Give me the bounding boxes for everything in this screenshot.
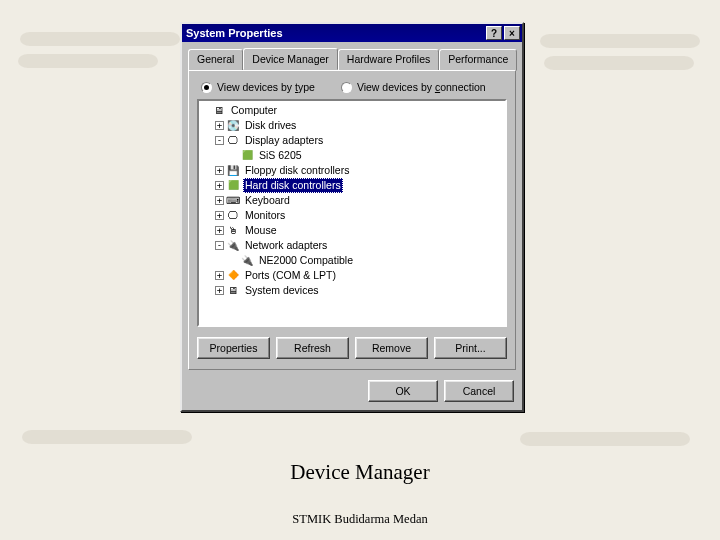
- tree-item-label: Floppy disk controllers: [243, 163, 351, 178]
- port-icon: [226, 269, 240, 282]
- tree-item[interactable]: +Floppy disk controllers: [201, 163, 503, 178]
- properties-button[interactable]: Properties: [197, 337, 270, 359]
- radio-label: View devices by type: [217, 81, 315, 93]
- action-button-row: Properties Refresh Remove Print...: [197, 337, 507, 359]
- expand-icon[interactable]: +: [215, 226, 224, 235]
- tree-item[interactable]: +Disk drives: [201, 118, 503, 133]
- tree-item[interactable]: Computer: [201, 103, 503, 118]
- tab-hardware-profiles[interactable]: Hardware Profiles: [338, 49, 439, 71]
- radio-dot-icon: [341, 82, 352, 93]
- tree-item[interactable]: +Hard disk controllers: [201, 178, 503, 193]
- tree-item-label: Monitors: [243, 208, 287, 223]
- mon-icon: [226, 209, 240, 222]
- expand-icon[interactable]: +: [215, 211, 224, 220]
- expand-icon[interactable]: +: [215, 121, 224, 130]
- view-radio-group: View devices by type View devices by con…: [197, 79, 507, 99]
- window-title: System Properties: [186, 27, 484, 39]
- card-icon: [226, 179, 240, 192]
- tab-performance[interactable]: Performance: [439, 49, 517, 71]
- tree-item-label: SiS 6205: [257, 148, 304, 163]
- tree-item[interactable]: +Monitors: [201, 208, 503, 223]
- tree-item[interactable]: +Keyboard: [201, 193, 503, 208]
- tab-panel: View devices by type View devices by con…: [188, 70, 516, 370]
- computer-icon: [212, 104, 226, 117]
- tree-item-label: Hard disk controllers: [243, 178, 343, 193]
- sys-icon: [226, 284, 240, 297]
- flop-icon: [226, 164, 240, 177]
- tree-item[interactable]: +Ports (COM & LPT): [201, 268, 503, 283]
- mouse-icon: [226, 224, 240, 237]
- tree-item[interactable]: NE2000 Compatible: [201, 253, 503, 268]
- device-tree[interactable]: Computer+Disk drives-Display adaptersSiS…: [197, 99, 507, 327]
- net-icon: [240, 254, 254, 267]
- expand-icon[interactable]: +: [215, 271, 224, 280]
- expand-icon[interactable]: +: [215, 181, 224, 190]
- ok-button[interactable]: OK: [368, 380, 438, 402]
- tree-item-label: Network adapters: [243, 238, 329, 253]
- tree-item-label: Display adapters: [243, 133, 325, 148]
- card-icon: [240, 149, 254, 162]
- tree-item-label: Ports (COM & LPT): [243, 268, 338, 283]
- expand-icon[interactable]: +: [215, 166, 224, 175]
- tree-item-label: Mouse: [243, 223, 279, 238]
- radio-view-by-type[interactable]: View devices by type: [201, 81, 315, 93]
- radio-label: View devices by connection: [357, 81, 486, 93]
- close-button[interactable]: ×: [504, 26, 520, 40]
- help-button[interactable]: ?: [486, 26, 502, 40]
- collapse-icon[interactable]: -: [215, 241, 224, 250]
- remove-button[interactable]: Remove: [355, 337, 428, 359]
- slide-subcaption: STMIK Budidarma Medan: [0, 512, 720, 527]
- refresh-button[interactable]: Refresh: [276, 337, 349, 359]
- tab-general[interactable]: General: [188, 49, 243, 71]
- dialog-footer: OK Cancel: [182, 376, 522, 410]
- system-properties-window: System Properties ? × General Device Man…: [180, 22, 524, 412]
- radio-dot-icon: [201, 82, 212, 93]
- tree-item[interactable]: +System devices: [201, 283, 503, 298]
- tree-item[interactable]: -Network adapters: [201, 238, 503, 253]
- expand-icon[interactable]: +: [215, 286, 224, 295]
- tab-device-manager[interactable]: Device Manager: [243, 48, 337, 70]
- tree-item[interactable]: -Display adapters: [201, 133, 503, 148]
- tree-item[interactable]: +Mouse: [201, 223, 503, 238]
- collapse-icon[interactable]: -: [215, 136, 224, 145]
- cancel-button[interactable]: Cancel: [444, 380, 514, 402]
- kbd-icon: [226, 194, 240, 207]
- expand-icon[interactable]: +: [215, 196, 224, 205]
- disk-icon: [226, 119, 240, 132]
- tab-strip: General Device Manager Hardware Profiles…: [182, 42, 522, 70]
- radio-view-by-connection[interactable]: View devices by connection: [341, 81, 486, 93]
- net-icon: [226, 239, 240, 252]
- mon-icon: [226, 134, 240, 147]
- tree-item[interactable]: SiS 6205: [201, 148, 503, 163]
- tree-item-label: Disk drives: [243, 118, 298, 133]
- title-bar[interactable]: System Properties ? ×: [182, 24, 522, 42]
- print-button[interactable]: Print...: [434, 337, 507, 359]
- tree-item-label: Computer: [229, 103, 279, 118]
- tree-item-label: System devices: [243, 283, 321, 298]
- tree-item-label: Keyboard: [243, 193, 292, 208]
- slide-caption: Device Manager: [0, 460, 720, 485]
- tree-item-label: NE2000 Compatible: [257, 253, 355, 268]
